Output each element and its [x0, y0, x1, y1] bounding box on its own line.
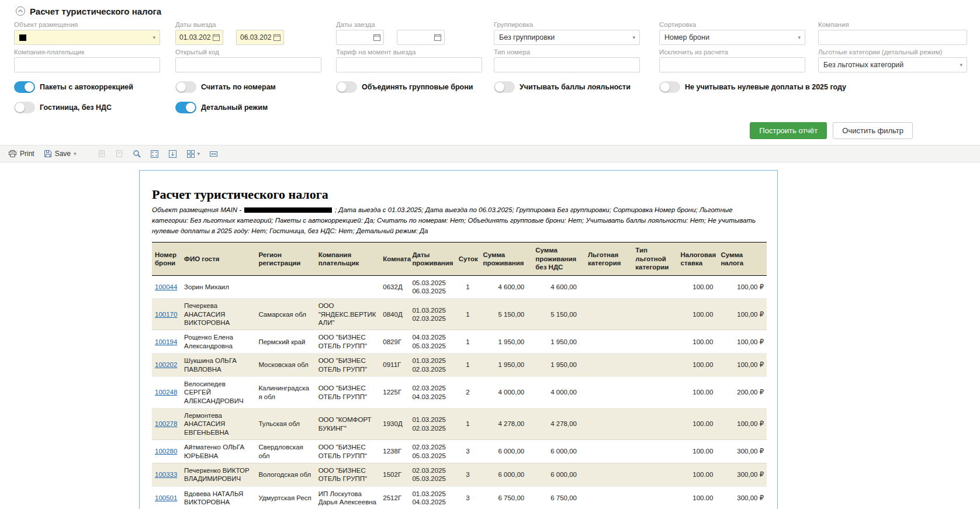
checkout-date-from[interactable] — [175, 30, 223, 45]
checkout-date-from-input[interactable] — [179, 33, 211, 41]
object-select[interactable]: ▾ — [14, 30, 160, 45]
selected-value: Без льготных категорий — [823, 61, 903, 69]
guest-cell: Рощенко Елена Александровна — [181, 330, 255, 354]
grouping-select[interactable]: Без группировки ▾ — [494, 30, 640, 45]
tariff-field[interactable] — [336, 57, 482, 72]
rate-cell: 100.00 — [678, 408, 718, 440]
toggle-switch[interactable] — [336, 81, 357, 93]
toggle-label: Гостиница, без НДС — [40, 103, 112, 112]
room-type-field[interactable] — [494, 57, 640, 72]
rate-cell: 100.00 — [678, 275, 718, 299]
print-label: Print — [20, 150, 34, 158]
payer-cell: ИП Лоскутова Дарья Алексеевна — [316, 486, 380, 509]
checkin-date-from-input[interactable] — [340, 33, 372, 41]
booking-cell: 100333 — [152, 463, 181, 486]
calendar-icon[interactable] — [373, 34, 380, 41]
filter-exclude: Исключить из расчета — [659, 49, 818, 72]
booking-link[interactable]: 100170 — [155, 311, 177, 318]
dates-cell: 02.03.2025 04.03.2025 — [409, 376, 455, 408]
payer-company-field[interactable] — [14, 57, 160, 72]
redacted-object-name — [244, 207, 332, 213]
nights-cell: 1 — [456, 299, 480, 330]
save-button[interactable]: Save ▾ — [40, 148, 80, 160]
toggle-switch[interactable] — [659, 81, 680, 93]
find-button[interactable] — [129, 148, 144, 160]
benefit-type-cell — [632, 440, 677, 463]
booking-link[interactable]: 100202 — [155, 361, 177, 368]
collapse-panel-icon[interactable] — [15, 6, 26, 16]
dates-cell: 02.03.2025 05.03.2025 — [409, 440, 455, 463]
print-button[interactable]: Print — [5, 148, 38, 160]
chevron-down-icon: ▾ — [198, 151, 200, 157]
benefit-categories-select[interactable]: Без льготных категорий ▾ — [818, 57, 967, 72]
guest-cell: Шукшина ОЛЬГА ПАВЛОВНА — [181, 354, 255, 377]
booking-link[interactable]: 100278 — [155, 420, 177, 427]
benefit-cell — [585, 330, 632, 354]
checkout-date-to[interactable] — [236, 30, 284, 45]
room-cell: 1238Г — [380, 440, 409, 463]
fit-width-button[interactable] — [206, 148, 221, 160]
open-code-input[interactable] — [181, 61, 316, 69]
sum-cell: 6 750,00 — [480, 486, 532, 509]
tax-cell: 200,00 ₽ — [718, 376, 767, 408]
calendar-icon[interactable] — [434, 34, 441, 41]
company-input[interactable] — [823, 33, 962, 41]
benefit-type-cell — [632, 463, 677, 486]
selected-value: Без группировки — [499, 33, 555, 41]
sorting-select[interactable]: Номер брони ▾ — [659, 30, 805, 45]
benefit-type-cell — [632, 376, 677, 408]
nights-cell: 3 — [456, 440, 480, 463]
booking-link[interactable]: 100194 — [155, 338, 177, 345]
parameters-button — [112, 148, 127, 160]
calendar-icon[interactable] — [273, 34, 281, 41]
sum-cell: 1 950,00 — [480, 354, 532, 377]
booking-link[interactable]: 100280 — [155, 448, 177, 455]
multipage-view-icon — [186, 150, 195, 158]
sum-cell: 4 600,00 — [480, 275, 532, 299]
payer-cell: ООО "КОМФОРТ БУКИНГ" — [316, 408, 380, 440]
sum-no-vat-cell: 1 950,00 — [532, 354, 585, 377]
rate-cell: 100.00 — [678, 463, 718, 486]
booking-link[interactable]: 100333 — [155, 471, 177, 478]
booking-link[interactable]: 100248 — [155, 389, 177, 396]
filter-sorting: Сортировка Номер брони ▾ — [659, 21, 818, 45]
booking-link[interactable]: 100044 — [155, 283, 177, 290]
fullscreen-button[interactable] — [147, 148, 162, 160]
toggle-detailed-mode: Детальный режим — [175, 102, 336, 113]
nights-cell: 3 — [456, 486, 480, 509]
checkin-date-to[interactable] — [397, 30, 445, 45]
page-view-mode-button[interactable]: ▾ — [183, 148, 204, 160]
tariff-input[interactable] — [341, 61, 477, 69]
tax-cell: 100,00 ₽ — [718, 354, 767, 377]
toggle-switch[interactable] — [494, 81, 515, 93]
sum-cell: 6 000,00 — [480, 440, 532, 463]
company-field[interactable] — [818, 30, 967, 45]
filter-open-code: Открытый код — [175, 49, 336, 72]
checkout-date-to-input[interactable] — [240, 33, 272, 41]
guest-cell: Печеркенко ВИКТОР ВЛАДИМИРОВИЧ — [181, 463, 255, 486]
build-report-button[interactable]: Построить отчёт — [750, 122, 827, 139]
exclude-input[interactable] — [664, 61, 800, 69]
room-type-input[interactable] — [499, 61, 635, 69]
toggle-switch[interactable] — [175, 102, 196, 113]
toggle-switch[interactable] — [14, 81, 35, 93]
filter-label: Объект размещения — [14, 21, 175, 28]
open-code-field[interactable] — [175, 57, 321, 72]
fit-page-button[interactable] — [165, 148, 181, 160]
booking-link[interactable]: 100501 — [155, 494, 177, 501]
calendar-icon[interactable] — [213, 34, 220, 41]
payer-company-input[interactable] — [19, 61, 155, 69]
report-title: Расчет туристического налога — [152, 187, 766, 202]
benefit-cell — [585, 486, 632, 509]
filter-payer-company: Компания-плательщик — [14, 49, 175, 72]
exclude-field[interactable] — [659, 57, 805, 72]
clear-filter-button[interactable]: Очистить фильтр — [833, 122, 913, 139]
booking-cell: 100170 — [152, 299, 181, 330]
toggle-count-by-rooms: Считать по номерам — [175, 81, 336, 93]
rate-cell: 100.00 — [678, 440, 718, 463]
toggle-switch[interactable] — [14, 102, 35, 113]
checkin-date-from[interactable] — [336, 30, 384, 45]
chevron-down-icon: ▾ — [960, 63, 962, 68]
toggle-switch[interactable] — [175, 81, 196, 93]
checkin-date-to-input[interactable] — [401, 33, 432, 41]
